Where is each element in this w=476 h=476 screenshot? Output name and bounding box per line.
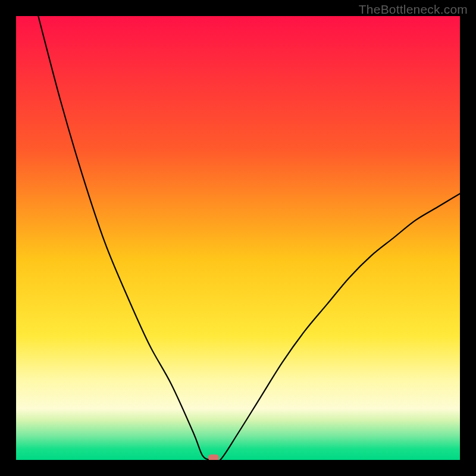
chart-frame: TheBottleneck.com	[0, 0, 476, 476]
watermark-text: TheBottleneck.com	[359, 2, 468, 17]
minimum-marker	[208, 455, 219, 461]
bottleneck-chart	[0, 0, 476, 476]
